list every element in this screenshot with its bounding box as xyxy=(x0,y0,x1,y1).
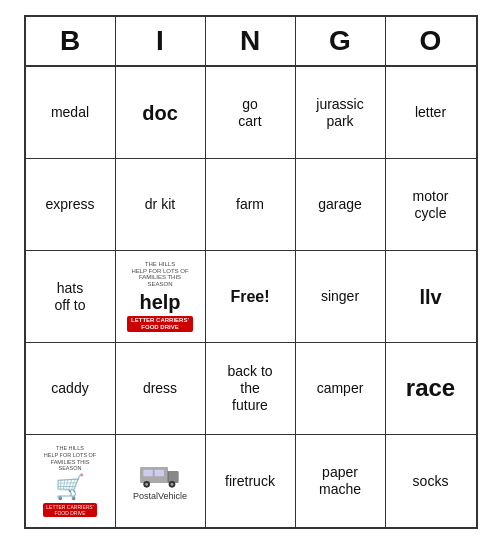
svg-rect-7 xyxy=(143,469,152,476)
cell-r5c1: THE HILLSHELP FOR LOTS OFFAMILIES THISSE… xyxy=(26,435,116,527)
header-letter-n: N xyxy=(206,17,296,65)
cell-r3c5: llv xyxy=(386,251,476,343)
sfd-badge: LETTER CARRIERS'FOOD DRIVE xyxy=(43,503,96,517)
postal-truck-icon xyxy=(140,461,180,489)
cell-r4c3: back to the future xyxy=(206,343,296,435)
help-top-text: THE HILLSHELP FOR LOTS OFFAMILIES THISSE… xyxy=(131,261,188,287)
svg-point-6 xyxy=(171,483,174,486)
bingo-header: BINGO xyxy=(26,17,476,67)
sfd-cart-icon: 🛒 xyxy=(55,473,85,502)
cell-r5c4: paper mache xyxy=(296,435,386,527)
header-letter-o: O xyxy=(386,17,476,65)
cell-r4c2: dress xyxy=(116,343,206,435)
header-letter-g: G xyxy=(296,17,386,65)
cell-r1c2: doc xyxy=(116,67,206,159)
header-letter-i: I xyxy=(116,17,206,65)
cell-r1c5: letter xyxy=(386,67,476,159)
svg-point-4 xyxy=(145,483,148,486)
cell-r1c3: go cart xyxy=(206,67,296,159)
cell-r3c1: hats off to xyxy=(26,251,116,343)
help-badge: LETTER CARRIERS'FOOD DRIVE xyxy=(127,316,193,332)
cell-r3c3: Free! xyxy=(206,251,296,343)
bingo-grid: medaldocgo cartjurassic parkletterexpres… xyxy=(26,67,476,527)
cell-r2c3: farm xyxy=(206,159,296,251)
cell-r3c4: singer xyxy=(296,251,386,343)
food-drive-inner: THE HILLSHELP FOR LOTS OFFAMILIES THISSE… xyxy=(43,445,96,516)
cell-r5c5: socks xyxy=(386,435,476,527)
cell-r5c2: PostalVehicle xyxy=(116,435,206,527)
cell-r5c3: firetruck xyxy=(206,435,296,527)
cell-r2c5: motor cycle xyxy=(386,159,476,251)
cell-r1c4: jurassic park xyxy=(296,67,386,159)
cell-r2c1: express xyxy=(26,159,116,251)
cell-r1c1: medal xyxy=(26,67,116,159)
header-letter-b: B xyxy=(26,17,116,65)
cell-r2c2: dr kit xyxy=(116,159,206,251)
cell-r4c1: caddy xyxy=(26,343,116,435)
svg-rect-8 xyxy=(155,469,164,476)
sfd-top: THE HILLSHELP FOR LOTS OFFAMILIES THISSE… xyxy=(44,445,96,471)
postal-inner: PostalVehicle xyxy=(133,461,187,502)
bingo-card: BINGO medaldocgo cartjurassic parkletter… xyxy=(24,15,478,529)
help-inner: THE HILLSHELP FOR LOTS OFFAMILIES THISSE… xyxy=(127,261,193,332)
postal-label: PostalVehicle xyxy=(133,491,187,502)
cell-r4c4: camper xyxy=(296,343,386,435)
svg-rect-1 xyxy=(168,471,179,483)
cell-r3c2: THE HILLSHELP FOR LOTS OFFAMILIES THISSE… xyxy=(116,251,206,343)
cell-r2c4: garage xyxy=(296,159,386,251)
help-word: help xyxy=(139,290,180,314)
cell-r4c5: race xyxy=(386,343,476,435)
